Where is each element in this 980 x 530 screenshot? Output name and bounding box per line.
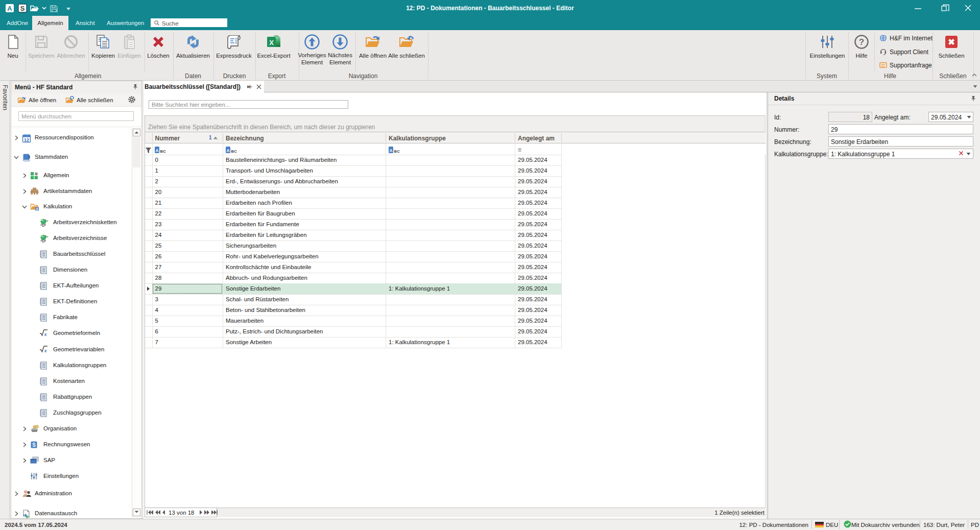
svg-text:x: x xyxy=(43,348,47,353)
svg-text:?: ? xyxy=(859,37,864,47)
svg-text:X: X xyxy=(269,39,274,46)
svg-text:A: A xyxy=(7,5,12,12)
svg-text:x: x xyxy=(43,332,47,336)
svg-text:S: S xyxy=(32,442,36,448)
svg-text:12: 12 xyxy=(24,137,29,142)
svg-text:S: S xyxy=(20,5,25,12)
